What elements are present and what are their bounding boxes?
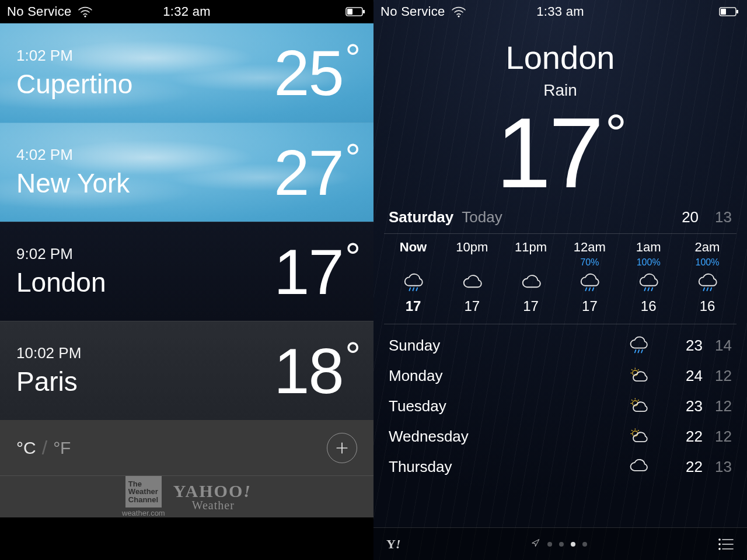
today-day: Saturday — [389, 208, 453, 226]
hero-temp-value: 17 — [496, 103, 602, 202]
day-low: 12 — [703, 367, 732, 385]
cloud-icon — [521, 270, 542, 296]
city-name: Cupertino — [16, 68, 132, 100]
hero-city: London — [374, 38, 747, 76]
day-row: Wednesday2212 — [389, 421, 732, 452]
city-row[interactable]: 4:02 PMNew York27° — [0, 123, 374, 222]
hero: London Rain 17° — [374, 23, 747, 202]
cloud-icon — [462, 270, 483, 296]
daily-forecast[interactable]: Sunday2314Monday2412Tuesday2312Wednesday… — [374, 324, 747, 488]
hour-precip: 100% — [696, 257, 720, 268]
hour-column: 12am70%17 — [563, 240, 616, 314]
unit-separator: / — [42, 436, 47, 459]
weather-channel-logo[interactable]: The Weather Channel weather.com — [122, 476, 165, 517]
unit-fahrenheit[interactable]: °F — [53, 438, 71, 458]
page-indicator[interactable] — [531, 538, 587, 550]
status-bar: No Service 1:32 am — [0, 0, 374, 23]
hero-temp: 17° — [496, 103, 625, 202]
city-temp: 18° — [274, 339, 359, 403]
city-time: 10:02 PM — [16, 344, 81, 362]
yahoo-bang: ! — [243, 481, 252, 501]
rain-icon — [697, 270, 718, 296]
today-high: 20 — [682, 208, 699, 226]
wifi-icon — [78, 5, 93, 19]
cloud-icon — [615, 457, 662, 477]
hour-column: 11pm17 — [504, 240, 558, 314]
battery-icon — [719, 4, 740, 19]
day-high: 24 — [662, 367, 703, 385]
yahoo-weather-logo[interactable]: YAHOO! Weather — [173, 481, 252, 512]
location-arrow-icon — [531, 538, 540, 550]
today-low: 13 — [715, 208, 732, 226]
day-low: 14 — [703, 337, 732, 355]
today-label: Today — [462, 208, 502, 226]
day-high: 23 — [662, 337, 703, 355]
city-temp: 25° — [274, 41, 359, 105]
twc-sub: weather.com — [122, 509, 165, 517]
hour-temp: 17 — [523, 298, 539, 314]
status-time: 1:33 am — [536, 4, 584, 19]
day-low: 12 — [703, 428, 732, 446]
hour-temp: 17 — [406, 298, 421, 314]
hour-column: 2am100%16 — [680, 240, 734, 314]
hourly-forecast[interactable]: Now1710pm1711pm1712am70%171am100%162am10… — [374, 234, 747, 324]
hour-column: 10pm17 — [445, 240, 499, 314]
rain-icon — [615, 335, 662, 355]
yahoo-icon[interactable]: Y! — [386, 537, 400, 552]
carrier-label: No Service — [7, 4, 72, 19]
unit-celsius[interactable]: °C — [16, 438, 36, 458]
hero-condition: Rain — [374, 81, 747, 100]
city-detail-screen: No Service 1:33 am London Rain 17° Satur… — [374, 0, 747, 560]
partly-icon — [615, 366, 662, 386]
hour-temp: 16 — [700, 298, 715, 314]
partly-icon — [615, 426, 662, 446]
day-high: 22 — [662, 458, 703, 476]
day-name: Monday — [389, 367, 615, 385]
list-icon[interactable] — [718, 537, 734, 551]
city-time: 9:02 PM — [16, 245, 106, 263]
hour-temp: 17 — [464, 298, 480, 314]
partly-icon — [615, 396, 662, 416]
status-time: 1:32 am — [163, 4, 211, 19]
page-dot — [559, 542, 564, 547]
twc-line: Weather — [128, 488, 159, 496]
city-list-screen: No Service 1:32 am 1:02 PMCupertino25°4:… — [0, 0, 374, 560]
day-name: Wednesday — [389, 428, 615, 446]
hour-column: 1am100%16 — [622, 240, 675, 314]
hour-precip: 100% — [637, 257, 661, 268]
city-time: 4:02 PM — [16, 146, 130, 164]
credits: The Weather Channel weather.com YAHOO! W… — [0, 476, 374, 517]
day-row: Monday2412 — [389, 360, 732, 391]
city-row[interactable]: 9:02 PMLondon17° — [0, 222, 374, 321]
battery-icon — [345, 4, 366, 19]
city-row[interactable]: 10:02 PMParis18° — [0, 321, 374, 420]
day-name: Thursday — [389, 458, 615, 476]
day-high: 23 — [662, 397, 703, 415]
hour-label: 2am — [695, 240, 720, 255]
day-row: Tuesday2312 — [389, 391, 732, 421]
city-row[interactable]: 1:02 PMCupertino25° — [0, 23, 374, 123]
day-high: 22 — [662, 428, 703, 446]
hour-label: 12am — [574, 240, 606, 255]
hour-label: 1am — [636, 240, 661, 255]
yahoo-bang: ! — [396, 537, 401, 551]
hour-temp: 16 — [641, 298, 657, 314]
hour-label: Now — [400, 240, 427, 255]
rain-icon — [579, 270, 600, 296]
day-low: 12 — [703, 397, 732, 415]
day-name: Sunday — [389, 337, 615, 355]
city-name: London — [16, 267, 106, 298]
day-row: Thursday2213 — [389, 452, 732, 482]
list-footer: °C / °F The Weather Channel weather.com … — [0, 420, 374, 517]
carrier-label: No Service — [381, 4, 445, 19]
city-name: New York — [16, 167, 130, 199]
city-name: Paris — [16, 366, 81, 397]
day-low: 13 — [703, 458, 732, 476]
page-dot — [582, 542, 587, 547]
unit-row: °C / °F — [0, 420, 374, 476]
add-city-button[interactable] — [327, 433, 357, 463]
degree-symbol: ° — [605, 109, 624, 202]
hour-label: 10pm — [456, 240, 488, 255]
yahoo-subtext: Weather — [192, 499, 235, 512]
bottom-bar: Y! — [374, 527, 747, 560]
